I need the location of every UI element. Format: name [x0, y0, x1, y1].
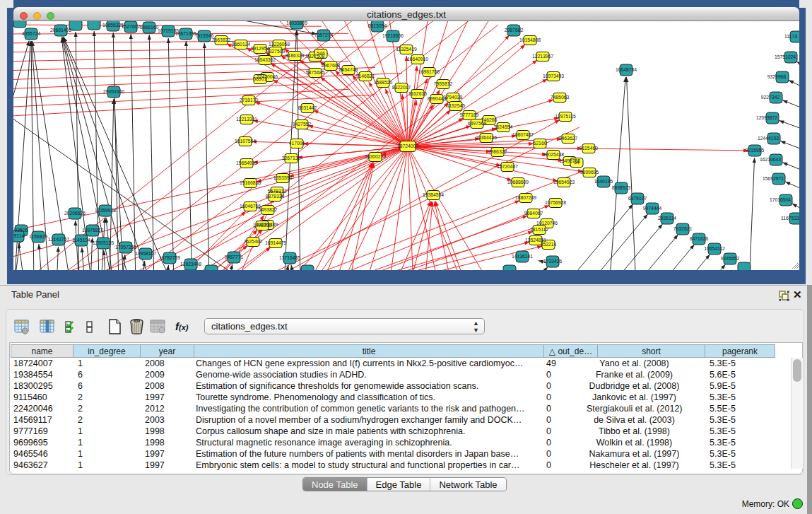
svg-text:7625402: 7625402 — [244, 239, 263, 244]
svg-text:9474444: 9474444 — [643, 206, 662, 211]
svg-text:6466160: 6466160 — [140, 25, 159, 30]
svg-text:98901: 98901 — [254, 76, 267, 81]
svg-text:16033809: 16033809 — [286, 21, 307, 25]
svg-text:8215955: 8215955 — [746, 148, 765, 153]
svg-text:12142757: 12142757 — [48, 237, 69, 242]
svg-text:2967608: 2967608 — [322, 63, 341, 68]
svg-text:7485063: 7485063 — [551, 95, 570, 100]
svg-text:10688609: 10688609 — [507, 180, 529, 185]
svg-text:15751024: 15751024 — [775, 54, 796, 59]
svg-text:19384554: 19384554 — [423, 192, 444, 197]
svg-text:14136141: 14136141 — [512, 254, 533, 259]
svg-text:16046766: 16046766 — [240, 204, 261, 209]
svg-text:1353594: 1353594 — [273, 175, 293, 180]
svg-text:11325419: 11325419 — [396, 47, 417, 52]
svg-text:12213331: 12213331 — [236, 117, 257, 122]
svg-text:16961758: 16961758 — [418, 69, 440, 74]
svg-text:12093872: 12093872 — [756, 115, 777, 120]
svg-text:5875685: 5875685 — [306, 70, 325, 75]
svg-text:13226058: 13226058 — [269, 42, 290, 47]
svg-text:11173: 11173 — [784, 34, 797, 39]
svg-text:9777169: 9777169 — [460, 112, 479, 117]
svg-text:19654933: 19654933 — [236, 160, 257, 165]
svg-text:7663822: 7663822 — [212, 37, 231, 42]
svg-text:16782759: 16782759 — [159, 255, 180, 260]
svg-text:8660124: 8660124 — [232, 42, 251, 47]
svg-text:5578312: 5578312 — [268, 189, 287, 194]
svg-text:16210643: 16210643 — [760, 157, 781, 162]
svg-text:16640910: 16640910 — [407, 57, 428, 62]
svg-text:1145194: 1145194 — [72, 238, 90, 243]
svg-text:6379197: 6379197 — [628, 196, 647, 201]
svg-text:7986322: 7986322 — [488, 149, 507, 154]
svg-text:9115460: 9115460 — [579, 146, 598, 151]
svg-text:8471626: 8471626 — [690, 236, 709, 241]
svg-text:9146821: 9146821 — [356, 74, 375, 78]
svg-text:39114: 39114 — [13, 233, 24, 238]
svg-text:9227342: 9227342 — [761, 95, 780, 100]
svg-text:93506: 93506 — [15, 228, 28, 233]
svg-text:10154808: 10154808 — [519, 37, 541, 42]
svg-text:1640195: 1640195 — [594, 179, 613, 184]
svg-text:1498233: 1498233 — [253, 223, 272, 228]
svg-text:20206526: 20206526 — [64, 211, 86, 216]
svg-text:10654112: 10654112 — [704, 246, 725, 251]
svg-text:9427552: 9427552 — [293, 122, 312, 127]
svg-text:8322017: 8322017 — [392, 85, 411, 90]
svg-text:9327509: 9327509 — [266, 49, 286, 54]
svg-text:1733426: 1733426 — [543, 259, 563, 264]
svg-text:8813054: 8813054 — [368, 23, 387, 28]
svg-text:8454749: 8454749 — [339, 67, 358, 72]
svg-text:19654923: 19654923 — [553, 180, 575, 185]
svg-text:12444193: 12444193 — [758, 136, 779, 141]
svg-text:17016504: 17016504 — [770, 197, 791, 202]
svg-text:3267130: 3267130 — [282, 156, 301, 160]
svg-text:7955812: 7955812 — [434, 81, 453, 86]
svg-text:1588520: 1588520 — [374, 80, 393, 85]
svg-text:12923448: 12923448 — [180, 262, 201, 267]
svg-text:8938923: 8938923 — [612, 185, 631, 190]
svg-text:17957255: 17957255 — [115, 245, 136, 250]
svg-text:12213967: 12213967 — [532, 54, 553, 59]
svg-text:2935114: 2935114 — [658, 216, 676, 221]
svg-text:9457771: 9457771 — [225, 255, 244, 259]
svg-text:252214: 252214 — [541, 242, 557, 247]
svg-text:18807249: 18807249 — [515, 195, 536, 200]
svg-text:1162615: 1162615 — [408, 91, 427, 96]
svg-text:8031442: 8031442 — [298, 105, 317, 110]
svg-text:1815112: 1815112 — [530, 227, 548, 232]
svg-text:5493822: 5493822 — [259, 207, 278, 212]
svg-text:746266: 746266 — [481, 117, 498, 122]
svg-text:10756928: 10756928 — [545, 200, 566, 205]
svg-text:13716485: 13716485 — [279, 255, 300, 260]
svg-text:17359928: 17359928 — [95, 208, 116, 213]
svg-text:29053340: 29053340 — [103, 89, 124, 94]
svg-text:9794028: 9794028 — [444, 95, 463, 100]
svg-text:64: 64 — [574, 160, 579, 165]
svg-text:10807487: 10807487 — [512, 132, 534, 137]
svg-text:16107554: 16107554 — [235, 139, 256, 144]
svg-text:10025438: 10025438 — [543, 152, 564, 157]
svg-text:20691406: 20691406 — [50, 28, 71, 33]
svg-text:9245652: 9245652 — [721, 256, 740, 261]
svg-text:7515546: 7515546 — [195, 33, 214, 38]
svg-text:10973493: 10973493 — [543, 74, 564, 78]
svg-text:19218506: 19218506 — [382, 33, 404, 38]
svg-text:8186323: 8186323 — [286, 53, 305, 58]
svg-text:12975115: 12975115 — [555, 114, 576, 119]
svg-text:20364436: 20364436 — [476, 135, 497, 140]
svg-text:10655325: 10655325 — [102, 23, 124, 28]
svg-text:1192545: 1192545 — [447, 103, 465, 108]
svg-text:10120746: 10120746 — [536, 221, 558, 226]
svg-text:1156829: 1156829 — [29, 234, 47, 239]
svg-text:12505135: 12505135 — [93, 240, 114, 245]
svg-text:16648784: 16648784 — [616, 67, 637, 72]
svg-text:417006: 417006 — [289, 141, 305, 146]
svg-text:19166825: 19166825 — [240, 180, 261, 185]
svg-text:16914479: 16914479 — [265, 240, 286, 245]
svg-text:9329966: 9329966 — [767, 74, 787, 79]
svg-text:16543362: 16543362 — [254, 57, 276, 62]
svg-text:15720407: 15720407 — [497, 164, 518, 169]
svg-text:9463627: 9463627 — [559, 136, 578, 141]
svg-text:3624554: 3624554 — [494, 124, 513, 129]
